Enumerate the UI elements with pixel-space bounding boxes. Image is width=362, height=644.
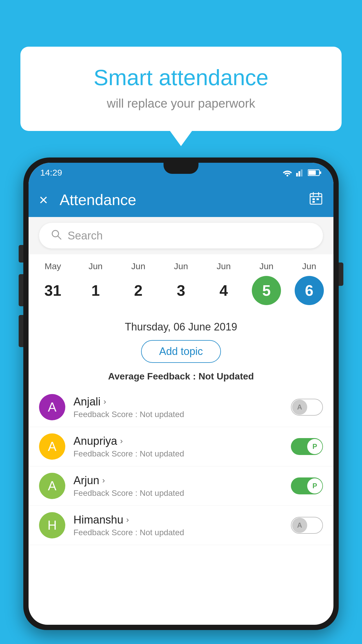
cal-date-label: 4 [209,276,238,305]
chevron-icon: › [102,476,105,485]
volume-down-button [19,315,23,347]
student-item[interactable]: HHimanshu ›Feedback Score : Not updatedA [29,506,333,545]
cal-month-label: Jun [131,261,145,271]
toggle-knob: P [307,478,322,494]
svg-rect-3 [301,169,303,176]
search-bar[interactable]: Search [39,223,323,249]
svg-rect-1 [296,173,298,176]
student-info: Anjali ›Feedback Score : Not updated [73,396,283,419]
cal-date-label: 2 [124,276,153,305]
search-placeholder: Search [68,230,103,242]
svg-point-0 [287,175,288,176]
search-icon [51,229,62,243]
svg-rect-5 [320,172,321,174]
close-button[interactable]: × [39,192,48,207]
calendar-icon[interactable] [309,191,323,209]
student-item[interactable]: AAnupriya ›Feedback Score : Not updatedP [29,427,333,466]
add-topic-button[interactable]: Add topic [141,340,221,363]
calendar-strip: May31Jun1Jun2Jun3Jun4Jun5Jun6 [29,254,333,312]
feedback-score: Feedback Score : Not updated [73,449,283,459]
cal-month-label: Jun [217,261,231,271]
phone-frame: 14:29 [23,158,339,644]
attendance-toggle[interactable]: A [291,517,323,534]
mute-button [19,245,23,262]
svg-rect-2 [298,171,300,176]
cal-date-label: 3 [166,276,196,305]
content-area: Thursday, 06 June 2019 Add topic Average… [29,312,333,382]
svg-line-15 [58,236,61,239]
feedback-score: Feedback Score : Not updated [73,528,283,537]
student-name: Arjun › [73,474,283,487]
toggle-knob: A [292,400,307,415]
svg-rect-11 [312,198,315,200]
cal-date-label: 1 [81,276,110,305]
svg-rect-6 [309,171,316,175]
student-info: Anupriya ›Feedback Score : Not updated [73,435,283,459]
power-button [339,262,343,286]
bubble-title: Smart attendance [44,64,318,91]
calendar-day[interactable]: Jun4 [205,261,243,305]
chevron-icon: › [103,397,106,406]
toggle-knob: A [292,518,307,533]
student-avatar: A [39,394,65,420]
app-title: Attendance [59,191,297,209]
cal-month-label: Jun [89,261,103,271]
status-icons [282,169,322,176]
battery-icon [308,169,322,176]
student-name: Anupriya › [73,435,283,447]
calendar-day[interactable]: Jun2 [119,261,157,305]
calendar-day[interactable]: May31 [34,261,72,305]
speech-bubble: Smart attendance will replace your paper… [20,47,342,131]
student-item[interactable]: AAnjali ›Feedback Score : Not updatedA [29,388,333,427]
student-avatar: A [39,433,65,460]
toggle-knob: P [307,439,322,454]
svg-rect-7 [310,194,322,204]
student-avatar: H [39,512,65,538]
svg-rect-12 [317,198,319,200]
student-name: Anjali › [73,396,283,408]
cal-month-label: Jun [174,261,188,271]
bubble-subtitle: will replace your paperwork [44,97,318,111]
app-bar: × Attendance [29,183,333,217]
student-list: AAnjali ›Feedback Score : Not updatedAAA… [29,388,333,545]
student-info: Arjun ›Feedback Score : Not updated [73,474,283,498]
calendar-day[interactable]: Jun1 [77,261,115,305]
calendar-day[interactable]: Jun5 [247,261,285,305]
avg-feedback: Average Feedback : Not Updated [39,371,323,382]
selected-date: Thursday, 06 June 2019 [39,321,323,333]
attendance-toggle[interactable]: A [291,399,323,416]
student-avatar: A [39,473,65,499]
status-time: 14:29 [40,168,62,178]
calendar-day[interactable]: Jun3 [162,261,200,305]
student-item[interactable]: AArjun ›Feedback Score : Not updatedP [29,466,333,506]
student-name: Himanshu › [73,514,283,526]
volume-up-button [19,274,23,306]
phone-notch [164,163,198,174]
signal-icon [296,169,304,176]
wifi-icon [282,169,293,176]
calendar-day[interactable]: Jun6 [290,261,328,305]
feedback-score: Feedback Score : Not updated [73,410,283,419]
cal-date-label: 5 [252,276,281,305]
cal-month-label: May [45,261,61,271]
chevron-icon: › [126,515,129,524]
cal-month-label: Jun [259,261,273,271]
student-info: Himanshu ›Feedback Score : Not updated [73,514,283,537]
search-container: Search [29,217,333,254]
attendance-toggle[interactable]: P [291,477,323,494]
attendance-toggle[interactable]: P [291,438,323,455]
feedback-score: Feedback Score : Not updated [73,489,283,498]
cal-date-label: 31 [38,276,67,305]
svg-rect-13 [312,201,315,203]
cal-date-label: 6 [295,276,324,305]
chevron-icon: › [120,436,123,446]
cal-month-label: Jun [302,261,316,271]
